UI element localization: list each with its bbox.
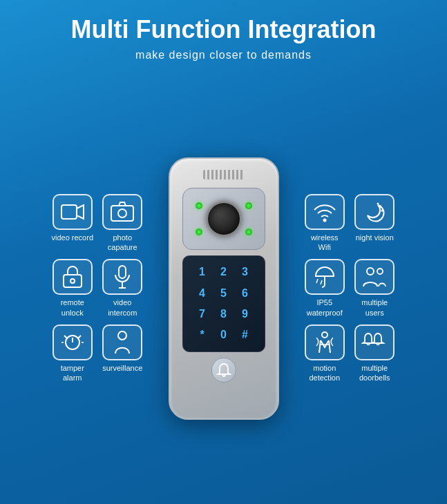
multiple-doorbells-icon-box [354, 324, 394, 360]
bell-icon [216, 362, 231, 378]
svg-rect-6 [119, 266, 126, 278]
svg-point-25 [322, 332, 327, 338]
night-vision-icon-box [354, 194, 394, 230]
tamper-alarm-icon-box [53, 324, 93, 360]
features-right: wirelessWifi night vision [296, 194, 403, 383]
multiple-users-label: multipleusers [361, 298, 388, 318]
feature-ip55-waterproof: IP55waterproof [303, 259, 347, 318]
person-icon [113, 331, 132, 354]
speaker-grille [203, 170, 245, 180]
remote-unlock-label: remoteunlock [61, 298, 84, 318]
surveillance-icon-box [102, 324, 142, 360]
ip55-label: IP55waterproof [307, 298, 343, 318]
bell-icon-bottom [211, 358, 236, 382]
key-0[interactable]: 0 [214, 325, 234, 344]
svg-rect-0 [61, 205, 77, 219]
wifi-icon [313, 202, 336, 222]
multiple-doorbells-label: multipledoorbells [359, 363, 390, 383]
svg-point-17 [379, 205, 381, 208]
feature-remote-unlock: remoteunlock [51, 259, 95, 318]
svg-point-5 [70, 279, 75, 283]
svg-point-18 [381, 209, 383, 211]
content-area: video record photocapature [0, 72, 447, 504]
svg-marker-1 [77, 205, 84, 219]
feature-wireless-wifi: wirelessWifi [303, 194, 347, 253]
features-row-1: video record photocapature [51, 194, 144, 253]
svg-point-19 [377, 202, 379, 204]
video-record-icon-box [53, 194, 93, 230]
svg-point-24 [377, 269, 383, 274]
features-right-row-3: motiondetection multipledoorbells [303, 324, 397, 383]
feature-multiple-doorbells: multipledoorbells [353, 324, 397, 383]
ir-led-tl [196, 202, 202, 209]
ir-led-tr [245, 202, 252, 209]
surveillance-label: surveillance [102, 363, 142, 373]
feature-multiple-users: multipleusers [353, 259, 397, 318]
video-intercom-icon-box [102, 259, 142, 295]
svg-rect-2 [111, 206, 133, 221]
svg-line-21 [316, 279, 318, 283]
features-row-2: remoteunlock videointercom [51, 259, 144, 318]
header: Multi Function Integration make design c… [57, 0, 390, 66]
doorbell-device: 1 2 3 4 5 6 7 8 9 * 0 # [169, 157, 279, 420]
feature-motion-detection: motiondetection [303, 324, 347, 383]
key-8[interactable]: 8 [214, 304, 234, 323]
motion-detection-label: motiondetection [309, 363, 340, 383]
svg-line-22 [321, 280, 322, 284]
feature-tamper-alarm: tamperalarm [51, 324, 95, 383]
svg-point-16 [323, 218, 326, 222]
key-4[interactable]: 4 [193, 284, 212, 302]
mic-icon [113, 265, 131, 289]
camera-icon [111, 202, 134, 222]
device-container: 1 2 3 4 5 6 7 8 9 * 0 # [151, 157, 296, 420]
key-6[interactable]: 6 [236, 284, 255, 302]
key-star[interactable]: * [193, 325, 212, 344]
page-title: Multi Function Integration [71, 15, 377, 43]
alarm-icon [61, 332, 84, 353]
key-2[interactable]: 2 [214, 263, 234, 282]
svg-point-23 [367, 268, 374, 275]
key-3[interactable]: 3 [236, 263, 255, 282]
video-record-label: video record [51, 233, 93, 242]
motion-detection-icon-box [305, 324, 345, 360]
feature-video-intercom: videointercom [101, 259, 144, 318]
key-hash[interactable]: # [236, 325, 255, 344]
feature-surveillance: surveillance [101, 324, 144, 383]
key-1[interactable]: 1 [193, 263, 212, 282]
svg-rect-4 [64, 275, 82, 287]
feature-night-vision: night vision [353, 194, 397, 253]
night-vision-label: night vision [356, 233, 394, 242]
features-left: video record photocapature [44, 194, 151, 383]
users-icon [362, 266, 387, 288]
wireless-wifi-label: wirelessWifi [311, 233, 339, 253]
svg-line-11 [64, 336, 67, 338]
camera-lens [206, 201, 242, 237]
feature-photo-capture: photocapature [101, 194, 144, 253]
key-7[interactable]: 7 [193, 304, 212, 323]
key-9[interactable]: 9 [236, 304, 255, 323]
motion-icon [314, 331, 336, 354]
keypad: 1 2 3 4 5 6 7 8 9 * 0 # [182, 255, 265, 352]
svg-point-3 [118, 209, 126, 217]
remote-unlock-icon-box [53, 259, 93, 295]
features-row-3: tamperalarm surveillance [51, 324, 144, 383]
features-right-row-1: wirelessWifi night vision [303, 194, 397, 253]
lock-icon [62, 265, 83, 289]
photo-capture-label: photocapature [108, 233, 137, 253]
wireless-wifi-icon-box [305, 194, 345, 230]
ip55-waterproof-icon-box [305, 259, 345, 295]
camera-section [182, 188, 265, 250]
ir-led-br [245, 229, 252, 235]
photo-capture-icon-box [102, 194, 142, 230]
ir-led-bl [196, 229, 202, 235]
features-right-row-2: IP55waterproof multipleusers [303, 259, 397, 318]
multiple-users-icon-box [354, 259, 394, 295]
feature-video-record: video record [51, 194, 95, 253]
svg-line-12 [78, 336, 81, 338]
svg-point-15 [118, 331, 126, 340]
key-5[interactable]: 5 [214, 284, 234, 302]
video-intercom-label: videointercom [108, 298, 137, 318]
video-icon [61, 203, 84, 221]
umbrella-icon [314, 265, 336, 289]
tamper-alarm-label: tamperalarm [61, 363, 84, 383]
